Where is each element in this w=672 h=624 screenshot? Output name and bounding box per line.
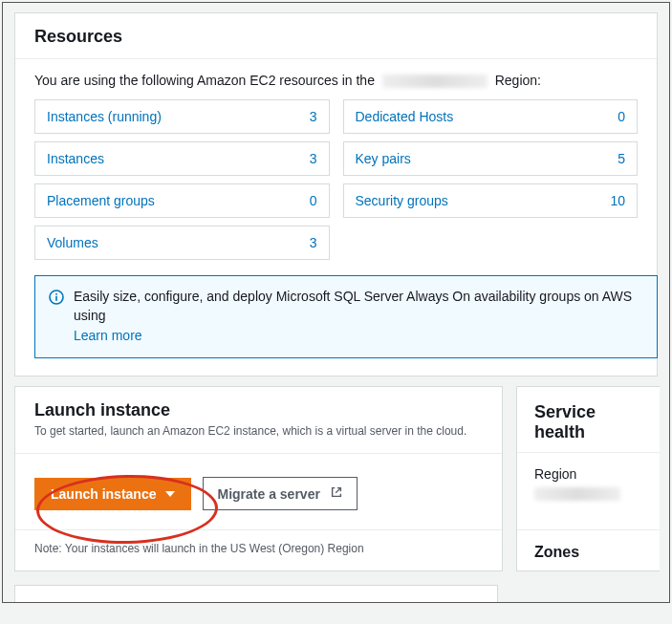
info-text: Easily size, configure, and deploy Micro… (74, 288, 643, 346)
resource-count: 0 (618, 109, 625, 124)
resource-instances-running[interactable]: Instances (running) 3 (34, 99, 330, 134)
resource-count: 5 (618, 151, 625, 166)
resource-count: 3 (310, 151, 317, 166)
learn-more-link[interactable]: Learn more (74, 327, 142, 346)
svg-rect-2 (55, 293, 57, 295)
launch-body: Launch instance Migrate a server (15, 453, 502, 530)
region-redacted (382, 75, 488, 88)
migrate-server-button[interactable]: Migrate a server (203, 477, 357, 510)
intro-pre: You are using the following Amazon EC2 r… (34, 73, 375, 88)
svg-rect-1 (55, 296, 57, 301)
resources-body: You are using the following Amazon EC2 r… (15, 59, 657, 376)
resource-count: 3 (310, 109, 317, 124)
launch-instance-button-label: Launch instance (51, 486, 156, 502)
resource-dedicated-hosts[interactable]: Dedicated Hosts 0 (343, 99, 639, 134)
lower-row: Launch instance To get started, launch a… (14, 386, 658, 571)
migrate-server-button-label: Migrate a server (217, 486, 319, 502)
resource-label: Dedicated Hosts (356, 109, 454, 124)
health-header: Service health (517, 387, 660, 452)
region-label: Region (534, 466, 642, 482)
resource-volumes[interactable]: Volumes 3 (34, 226, 330, 260)
external-link-icon (330, 485, 343, 502)
resource-grid: Instances (running) 3 Dedicated Hosts 0 … (34, 99, 638, 260)
resource-label: Instances (running) (47, 109, 162, 124)
launch-instance-button[interactable]: Launch instance (34, 478, 191, 510)
intro-post: Region: (495, 73, 541, 88)
resource-key-pairs[interactable]: Key pairs 5 (343, 141, 639, 176)
service-health-card: Service health Region Zones (516, 386, 660, 571)
health-region-section: Region (517, 452, 660, 529)
card-stub (14, 585, 498, 602)
resource-count: 3 (310, 235, 317, 250)
resource-label: Volumes (47, 235, 98, 250)
launch-subtitle: To get started, launch an Amazon EC2 ins… (34, 424, 483, 438)
service-health-title: Service health (534, 402, 642, 442)
info-banner: Easily size, configure, and deploy Micro… (34, 275, 658, 358)
region-value-redacted (534, 487, 620, 501)
resources-header: Resources (15, 13, 657, 59)
resource-label: Instances (47, 151, 104, 166)
resource-security-groups[interactable]: Security groups 10 (343, 183, 639, 218)
launch-title: Launch instance (34, 400, 483, 420)
resources-title: Resources (34, 27, 638, 47)
resources-card: Resources You are using the following Am… (14, 12, 658, 377)
resource-label: Security groups (356, 193, 448, 208)
info-icon (49, 290, 64, 308)
zones-section: Zones (517, 529, 660, 570)
launch-note: Note: Your instances will launch in the … (15, 530, 502, 569)
dashboard-root: Resources You are using the following Am… (2, 2, 670, 603)
launch-header: Launch instance To get started, launch a… (15, 387, 502, 443)
chevron-down-icon (165, 491, 175, 497)
resource-instances[interactable]: Instances 3 (34, 141, 330, 176)
resource-label: Placement groups (47, 193, 155, 208)
zones-title: Zones (534, 544, 642, 561)
launch-instance-card: Launch instance To get started, launch a… (14, 386, 503, 571)
resource-count: 10 (610, 193, 625, 208)
resource-label: Key pairs (356, 151, 411, 166)
resource-count: 0 (310, 193, 317, 208)
resources-intro: You are using the following Amazon EC2 r… (34, 73, 638, 88)
banner-text: Easily size, configure, and deploy Micro… (74, 289, 632, 323)
resource-placement-groups[interactable]: Placement groups 0 (34, 183, 330, 218)
